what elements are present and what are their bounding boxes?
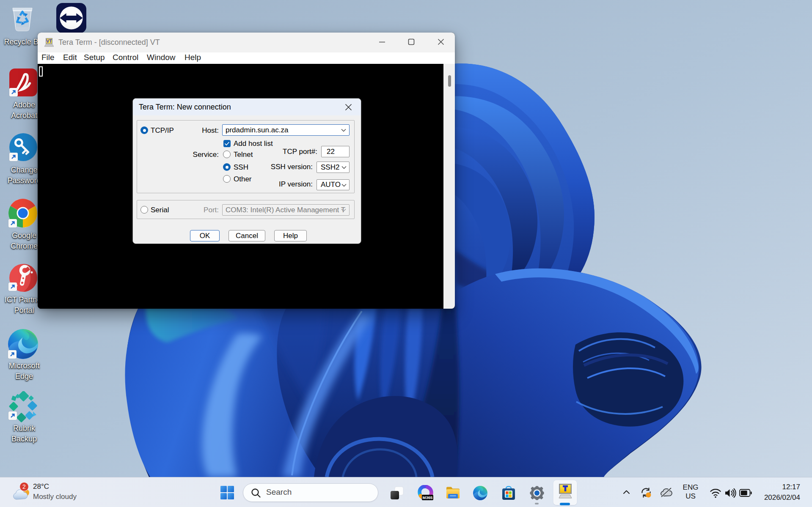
svg-text:VT: VT (46, 38, 52, 44)
svg-text:M365: M365 (423, 495, 433, 500)
